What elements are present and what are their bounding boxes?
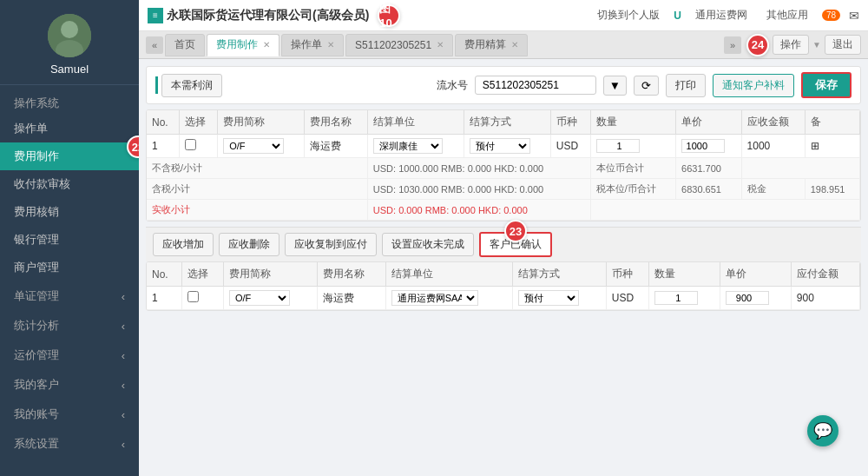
col2-currency: 币种 bbox=[606, 262, 649, 287]
tab-exit-btn[interactable]: 退出 bbox=[825, 35, 861, 55]
cell-amount: 1000 bbox=[741, 135, 805, 158]
sidebar-section-docs[interactable]: 单证管理 ‹ bbox=[0, 281, 139, 311]
cell-checkbox[interactable] bbox=[179, 135, 217, 158]
second-table-header-row: No. 选择 费用简称 费用名称 结算单位 结算方式 币种 数量 单价 应付金额 bbox=[147, 262, 860, 287]
subtotal-row-1: 不含税/小计 USD: 1000.000 RMB: 0.000 HKD: 0.0… bbox=[147, 158, 860, 179]
subtotal-row-3: 实收小计 USD: 0.000 RMB: 0.000 HKD: 0.000 bbox=[147, 200, 860, 221]
toolbar: 本需利润 流水号 ▼ ⟳ 打印 通知客户补料 保存 bbox=[146, 66, 861, 104]
print-btn[interactable]: 打印 bbox=[666, 74, 706, 97]
cell-qty[interactable] bbox=[590, 135, 675, 158]
flow-number-input[interactable] bbox=[475, 76, 596, 95]
col2-fee-name: 费用名称 bbox=[317, 262, 385, 287]
fab-btn[interactable]: 💬 bbox=[807, 415, 838, 446]
price2-input[interactable] bbox=[726, 291, 769, 305]
cell2-amount: 900 bbox=[791, 287, 859, 310]
tab-nav-left[interactable]: « bbox=[146, 36, 163, 54]
method-select[interactable]: 预付 bbox=[470, 138, 530, 154]
tab-ops-order-close[interactable]: ✕ bbox=[327, 40, 334, 50]
cell-note[interactable]: ⊞ bbox=[805, 135, 859, 158]
sidebar-section-stats[interactable]: 统计分析 ‹ bbox=[0, 311, 139, 340]
sidebar-item-fee-write-off[interactable]: 费用核销 bbox=[0, 198, 139, 226]
tab-ops-order[interactable]: 操作单 ✕ bbox=[281, 34, 344, 56]
sidebar-section-my-customer[interactable]: 我的客户 ‹ bbox=[0, 370, 139, 400]
second-table-section: No. 选择 费用简称 费用名称 结算单位 结算方式 币种 数量 单价 应付金额 bbox=[146, 261, 861, 311]
general-freight-btn[interactable]: 通用运费网 bbox=[690, 6, 753, 24]
subtotal-right-label-1: 本位币合计 bbox=[590, 158, 675, 179]
tab-action-btn[interactable]: 操作 bbox=[773, 35, 809, 55]
subtotal-row-2: 含税小计 USD: 1030.000 RMB: 0.000 HKD: 0.000… bbox=[147, 179, 860, 200]
sidebar-item-bank-manage[interactable]: 银行管理 bbox=[0, 226, 139, 254]
annotation-fig10: 图10 bbox=[378, 4, 400, 27]
second-table-row: 1 O/F 海运费 通用运费网SAAS bbox=[147, 287, 860, 310]
subtitle-btn[interactable]: 本需利润 bbox=[161, 74, 222, 97]
col2-settlement: 结算单位 bbox=[385, 262, 513, 287]
sidebar-item-ops-order[interactable]: 操作单 bbox=[0, 115, 139, 142]
cell-settlement[interactable]: 深圳康佳 bbox=[367, 135, 464, 158]
switch-personal-btn[interactable]: 切换到个人版 bbox=[592, 6, 665, 24]
col-note: 备 bbox=[805, 110, 859, 135]
subtotal-label-1: 不含税/小计 bbox=[147, 158, 367, 179]
subtotal-extra: 税金 bbox=[741, 179, 805, 200]
notification-badge[interactable]: 78 bbox=[822, 10, 840, 21]
subtotal-right-label-2: 税本位/币合计 bbox=[590, 179, 675, 200]
sidebar-item-merchant-manage[interactable]: 商户管理 bbox=[0, 254, 139, 281]
refresh-btn[interactable]: ⟳ bbox=[634, 76, 659, 96]
tab-fee-make[interactable]: 费用制作 ✕ bbox=[207, 34, 279, 56]
price-input[interactable] bbox=[681, 139, 725, 153]
tab-s511[interactable]: S511202305251 ✕ bbox=[345, 34, 453, 56]
sidebar-section-ops[interactable]: 操作系统 bbox=[0, 89, 139, 115]
subtotal-values-3: USD: 0.000 RMB: 0.000 HKD: 0.000 bbox=[367, 200, 590, 221]
cell2-settlement[interactable]: 通用运费网SAAS系统 bbox=[385, 287, 513, 310]
del-receivable-btn[interactable]: 应收删除 bbox=[219, 233, 279, 256]
tab-home[interactable]: 首页 bbox=[165, 34, 205, 56]
tab-s511-close[interactable]: ✕ bbox=[437, 40, 444, 50]
cell-fee-code[interactable]: O/F bbox=[218, 135, 304, 158]
mail-icon[interactable]: ✉ bbox=[849, 9, 859, 23]
cell2-qty[interactable] bbox=[649, 287, 720, 310]
main-table: No. 选择 费用简称 费用名称 结算单位 结算方式 币种 数量 单价 应收金额… bbox=[147, 110, 860, 221]
cell-fee-name: 海运费 bbox=[304, 135, 367, 158]
cell2-checkbox[interactable] bbox=[181, 287, 223, 310]
qty2-input[interactable] bbox=[654, 291, 698, 305]
sidebar-section-freight[interactable]: 运价管理 ‹ bbox=[0, 340, 139, 370]
col-qty: 数量 bbox=[590, 110, 675, 135]
copy-receivable-btn[interactable]: 应收复制到应付 bbox=[285, 233, 377, 256]
fee-code-select[interactable]: O/F bbox=[223, 138, 284, 154]
toolbar-accent bbox=[155, 76, 158, 94]
sidebar-section-settings[interactable]: 系统设置 ‹ bbox=[0, 429, 139, 459]
row2-checkbox[interactable] bbox=[187, 291, 199, 302]
subtotal-extra-val: 198.951 bbox=[805, 179, 859, 200]
settlement2-select[interactable]: 通用运费网SAAS系统 bbox=[391, 290, 478, 306]
cell-method[interactable]: 预付 bbox=[464, 135, 550, 158]
subtotal-right-val-1: 6631.700 bbox=[676, 158, 742, 179]
cell2-price[interactable] bbox=[720, 287, 792, 310]
cell2-fee-code[interactable]: O/F bbox=[223, 287, 317, 310]
tab-nav-right[interactable]: » bbox=[724, 36, 741, 54]
cell-no: 1 bbox=[147, 135, 179, 158]
settlement-select[interactable]: 深圳康佳 bbox=[373, 138, 443, 154]
cell-price[interactable] bbox=[676, 135, 742, 158]
tab-bar: « 首页 费用制作 ✕ 操作单 ✕ S511202305251 ✕ 费用精算 ✕… bbox=[139, 31, 868, 59]
flow-number-dropdown[interactable]: ▼ bbox=[603, 76, 627, 96]
cell2-method[interactable]: 预付 bbox=[513, 287, 607, 310]
row-checkbox[interactable] bbox=[185, 139, 196, 150]
top-bar-right: 切换到个人版 U 通用运费网 其他应用 78 ✉ bbox=[592, 6, 859, 24]
tab-fee-make-close[interactable]: ✕ bbox=[263, 40, 270, 50]
save-btn[interactable]: 保存 bbox=[801, 72, 852, 98]
tab-fee-settle[interactable]: 费用精算 ✕ bbox=[455, 34, 528, 56]
tab-fee-settle-close[interactable]: ✕ bbox=[511, 40, 518, 50]
notify-btn[interactable]: 通知客户补料 bbox=[713, 74, 794, 97]
set-incomplete-btn[interactable]: 设置应收未完成 bbox=[382, 233, 474, 256]
col-fee-code: 费用简称 bbox=[218, 110, 304, 135]
main-content: ≡ 永联国际货运代理有限公司(高级会员) 图10 切换到个人版 U 通用运费网 … bbox=[139, 0, 868, 476]
col2-amount: 应付金额 bbox=[791, 262, 859, 287]
fee-code2-select[interactable]: O/F bbox=[229, 290, 290, 306]
qty-input[interactable] bbox=[596, 139, 640, 153]
sidebar-item-fee-make[interactable]: 费用制作 22 bbox=[0, 142, 139, 170]
sidebar-item-payment-audit[interactable]: 收付款审核 bbox=[0, 170, 139, 198]
method2-select[interactable]: 预付 bbox=[518, 290, 579, 306]
add-receivable-btn[interactable]: 应收增加 bbox=[153, 233, 214, 256]
sidebar-section-my-account[interactable]: 我的账号 ‹ bbox=[0, 400, 139, 429]
col2-method: 结算方式 bbox=[513, 262, 607, 287]
other-apps-btn[interactable]: 其他应用 bbox=[761, 6, 813, 24]
